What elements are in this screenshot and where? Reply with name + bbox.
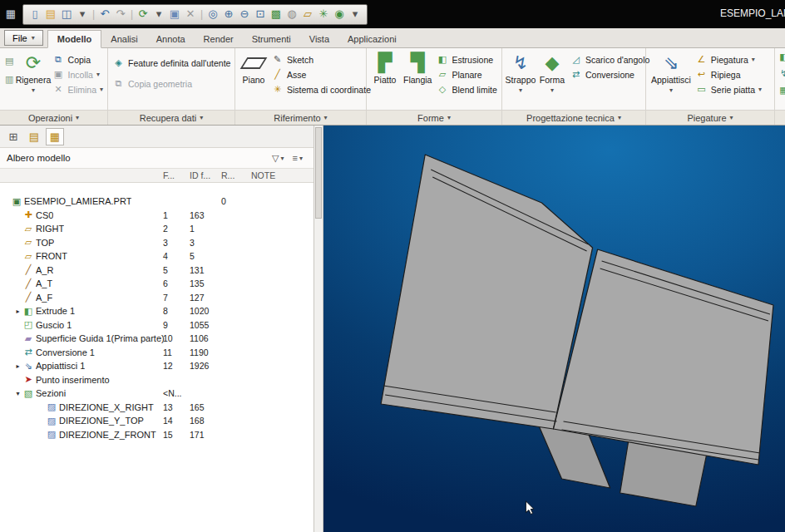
group-label-operazioni[interactable]: Operazioni▾ [0,110,107,125]
scrollbar-thumb[interactable] [315,127,322,219]
tab-strumenti[interactable]: Strumenti [243,30,300,47]
tree-row[interactable]: ▸ ⇘ Appiattisci 1 12 1926 [0,359,314,373]
windows-icon[interactable]: ▣ [167,5,182,23]
tree-item-label[interactable]: ESEMPIO_LAMIERA.PRT [24,196,131,206]
3d-viewport[interactable] [323,126,785,532]
app-icon[interactable]: ▦ [3,7,18,22]
group-label-progettazione-tecnica[interactable]: Progettazione tecnica▾ [502,110,645,125]
tree-row[interactable]: ▰ Superficie Guida 1(Prima parte) 10 110… [0,332,314,346]
new-file-icon[interactable]: ▯ [27,5,42,23]
save-icon[interactable]: ◫ [59,5,74,23]
tree-row[interactable]: ▸ ◧ Extrude 1 8 1020 [0,304,314,318]
tree-row[interactable]: ▨ DIREZIONE_X_RIGHT 13 165 [0,401,314,415]
expand-arrow[interactable]: ▸ [13,362,22,370]
elimina-button[interactable]: ✕Elimina▾ [52,84,103,95]
tab-analisi[interactable]: Analisi [101,30,146,47]
tree-row[interactable]: ▱ RIGHT 2 1 [0,222,314,236]
tree-item-label[interactable]: DIREZIONE_Y_TOP [59,416,144,426]
find-icon[interactable]: ◎ [205,5,220,23]
tree-row[interactable]: ╱ A_R 5 131 [0,264,314,278]
spin-center-icon[interactable]: ✳ [316,5,331,23]
tree-item-label[interactable]: Appiattisci 1 [36,361,85,371]
tree-settings-button[interactable]: ≡▾ [289,153,307,163]
tree-row[interactable]: ➤ Punto inserimento [0,373,314,387]
group-label-piegature[interactable]: Piegature▾ [646,110,774,125]
tree-row[interactable]: ▱ TOP 3 3 [0,236,314,250]
zoom-out-icon[interactable]: ⊖ [237,5,252,23]
tree-row[interactable]: ◰ Guscio 1 9 1055 [0,318,314,332]
tree-item-label[interactable]: Superficie Guida 1(Prima parte) [36,333,165,343]
refit-icon[interactable]: ⊡ [253,5,268,23]
view-manager-icon[interactable]: ◉ [332,5,347,23]
tab-applicazioni[interactable]: Applicazioni [338,30,406,47]
piegatura-button[interactable]: ∠Piegatura▾ [695,54,762,65]
tree-item-label[interactable]: A_R [36,265,53,275]
tree-row[interactable]: ⇄ Conversione 1 11 1190 [0,346,314,360]
part-panel-right[interactable] [553,249,773,465]
tree-item-label[interactable]: A_T [36,278,52,288]
dropdown-caret[interactable]: ▾ [348,5,363,23]
tree-scrollbar[interactable] [314,126,323,532]
partial-icon[interactable]: ↯ [778,68,785,79]
tree-row[interactable]: ▱ FRONT 4 5 [0,249,314,264]
datum-display-icon[interactable]: ▱ [300,5,315,23]
sistema-coordinate-button[interactable]: ✳Sistema di coordinate [271,84,371,95]
udf-button[interactable]: ◈Feature definita dall'utente [112,57,230,68]
zoom-in-icon[interactable]: ⊕ [221,5,236,23]
tree-row[interactable]: ▾ ▧ Sezioni <N... [0,387,314,401]
file-menu-button[interactable]: File▾ [4,30,43,46]
conversione-button[interactable]: ⇄Conversione [570,69,649,80]
tree-item-label[interactable]: Sezioni [36,388,66,398]
close-window-icon[interactable]: ✕ [183,5,198,23]
piatto-button[interactable]: ▛ Piatto [369,50,401,86]
tree-item-label[interactable]: Guscio 1 [36,320,72,330]
tree-row[interactable]: ╱ A_F 7 127 [0,291,314,305]
partial-icon[interactable]: ◧ [778,52,785,62]
tree-item-label[interactable]: CS0 [36,210,53,220]
copia-geometria-button[interactable]: ⧉Copia geometria [112,78,230,89]
tree-item-label[interactable]: Extrude 1 [36,306,75,316]
incolla-button[interactable]: ▣Incolla▾ [52,69,103,80]
serie-piatta-button[interactable]: ▭Serie piatta▾ [695,84,762,95]
folder-browser-icon[interactable]: ▤ [25,128,43,145]
undo-icon[interactable]: ↶ [97,5,112,23]
estrusione-button[interactable]: ◧Estrusione [436,54,496,65]
forma-button[interactable]: ◆ Forma▾ [536,50,568,96]
group-label-recupera-dati[interactable]: Recupera dati▾ [108,110,235,125]
piano-button[interactable]: Piano [238,50,269,86]
tree-item-label[interactable]: RIGHT [36,224,64,234]
favorites-icon[interactable]: ▦ [46,128,64,145]
group-label-riferimento[interactable]: Riferimento▾ [235,110,366,125]
planare-button[interactable]: ▱Planare [436,69,496,80]
redo-icon[interactable]: ↷ [113,5,128,23]
ripiega-button[interactable]: ↩Ripiega [695,69,762,80]
asse-button[interactable]: ╱Asse [271,69,371,80]
sketch-button[interactable]: ✎Sketch [271,54,371,65]
tab-vista[interactable]: Vista [300,30,338,47]
copia-button[interactable]: ⧉Copia [52,54,103,65]
partial-icon[interactable]: ▦ [778,85,785,96]
tree-item-label[interactable]: DIREZIONE_X_RIGHT [59,402,154,412]
regenerate-icon[interactable]: ⟳ [136,5,151,23]
rigenera-button[interactable]: ⟳ Rigenera▾ [16,50,50,96]
model-tree-view-icon[interactable]: ⊞ [4,128,22,145]
tree-row[interactable]: ▨ DIREZIONE_Z_FRONT 15 171 [0,428,314,442]
appiattisci-button[interactable]: ⇘ Appiattisci▾ [649,50,694,96]
filter-button[interactable]: ▽▾ [268,153,288,164]
blend-limite-button[interactable]: ◇Blend limite [436,84,496,95]
shading-style-icon[interactable]: ◍ [284,5,299,23]
scarico-angolo-button[interactable]: ◿Scarico d'angolo [570,54,649,65]
tree-item-label[interactable]: Punto inserimento [36,375,110,385]
group-label-forme[interactable]: Forme▾ [367,110,501,125]
tree-row[interactable]: ▣ ESEMPIO_LAMIERA.PRT 0 [0,195,314,209]
tab-modello[interactable]: Modello [47,30,102,48]
tree-row[interactable]: ✚ CS0 1 163 [0,209,314,223]
expand-arrow[interactable]: ▸ [13,308,22,315]
tab-annota[interactable]: Annota [147,30,195,47]
expand-arrow[interactable]: ▾ [13,390,22,397]
dropdown-caret[interactable]: ▾ [151,5,166,23]
strappo-button[interactable]: ↯ Strappo▾ [505,50,536,96]
repaint-icon[interactable]: ▩ [269,5,284,23]
dropdown-caret[interactable]: ▾ [75,5,90,23]
list-icon[interactable]: ▤ [5,56,13,66]
